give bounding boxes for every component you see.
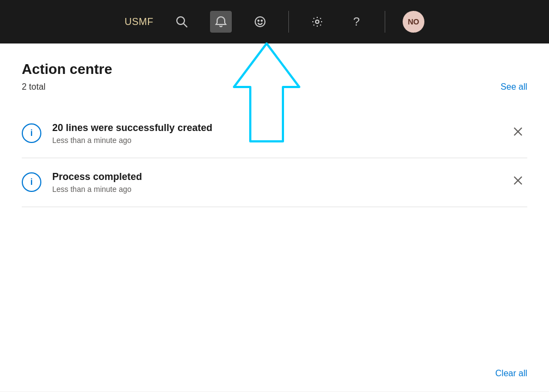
notif-title-2: Process completed: [52, 171, 509, 183]
page-title: Action centre: [22, 61, 527, 78]
svg-line-1: [184, 24, 188, 28]
help-icon[interactable]: ?: [346, 11, 367, 33]
divider2: [385, 11, 385, 33]
bell-icon[interactable]: [210, 11, 232, 33]
notif-time-1: Less than a minute ago: [52, 136, 509, 145]
svg-point-0: [177, 17, 184, 24]
close-button-1[interactable]: [509, 125, 527, 139]
clear-all-button[interactable]: Clear all: [495, 369, 527, 378]
svg-point-3: [258, 20, 259, 21]
notification-item-1: i 20 lines were successfully created Les…: [22, 109, 527, 158]
avatar[interactable]: NO: [403, 11, 424, 33]
notification-item-2: i Process completed Less than a minute a…: [22, 158, 527, 207]
bottom-row: Clear all: [495, 369, 527, 378]
topbar: USMF ? NO: [0, 0, 549, 43]
search-icon[interactable]: [171, 11, 193, 33]
notif-content-2: Process completed Less than a minute ago: [52, 171, 509, 194]
notif-content-1: 20 lines were successfully created Less …: [52, 122, 509, 145]
company-label: USMF: [125, 16, 153, 28]
smiley-icon[interactable]: [249, 11, 271, 33]
notif-time-2: Less than a minute ago: [52, 185, 509, 194]
total-count: 2 total: [22, 82, 46, 92]
close-button-2[interactable]: [509, 173, 527, 188]
main-content: Action centre 2 total See all i 20 lines…: [0, 43, 549, 391]
divider: [288, 11, 289, 33]
svg-point-2: [255, 17, 265, 27]
svg-point-4: [261, 20, 262, 21]
see-all-link[interactable]: See all: [501, 82, 527, 92]
info-icon-1: i: [22, 123, 41, 143]
gear-icon[interactable]: [306, 11, 328, 33]
info-icon-2: i: [22, 172, 41, 192]
header-row: 2 total See all: [22, 82, 527, 92]
notif-title-1: 20 lines were successfully created: [52, 122, 509, 134]
svg-point-5: [316, 20, 319, 23]
